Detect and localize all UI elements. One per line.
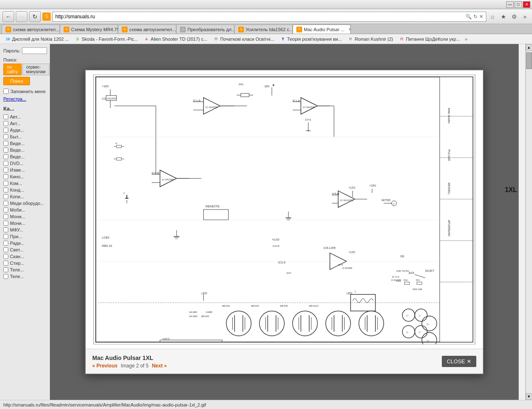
password-input[interactable] — [22, 47, 47, 54]
address-input[interactable]: http://smanuals.ru — [55, 14, 464, 20]
category-checkbox-11[interactable] — [3, 187, 8, 192]
close-button[interactable]: ✕ — [523, 1, 530, 8]
tab-3[interactable]: S схема автоусилител... ✕ — [118, 25, 176, 34]
category-24: Теле... — [3, 274, 47, 279]
tab-6-active[interactable]: S Mac Audio Pulsar ... ✕ — [293, 25, 351, 34]
bookmark-1[interactable]: 16 Дисплей для Nokia 1202 ... — [2, 35, 71, 43]
scroll-up-button[interactable]: ▲ — [526, 44, 532, 51]
tab-label-5: Усилитель tda1562 с... — [246, 27, 293, 32]
category-checkbox-22[interactable] — [3, 261, 8, 266]
svg-text:IC-5A4558: IC-5A4558 — [342, 267, 352, 269]
category-label-19: Ради... — [10, 241, 25, 246]
bookmark-label-6: Roman Kushnir (2) — [355, 37, 393, 42]
category-0: Авт... — [3, 114, 47, 119]
back-button[interactable]: ← — [2, 11, 14, 22]
nav-prev-button[interactable]: Previous — [92, 363, 118, 369]
bookmark-3[interactable]: A Alien Shooter TD (2017) с... — [141, 35, 210, 43]
bookmark-4[interactable]: П Початкові класи Освітні... — [211, 35, 277, 43]
category-checkbox-15[interactable] — [3, 214, 8, 219]
tab-1[interactable]: S схема автоусилител... ✕ — [2, 25, 60, 34]
forward-button[interactable]: → — [16, 11, 27, 22]
svg-text:▷: ▷ — [419, 331, 421, 333]
refresh-button[interactable]: ↻ — [29, 11, 41, 22]
tab-4[interactable]: ◻ Преобразователь дл... ✕ — [176, 25, 234, 34]
bookmark-2[interactable]: S Skoda - Favorit-Form.-Pic... — [72, 35, 140, 43]
category-checkbox-24[interactable] — [3, 274, 8, 279]
category-23: Теле... — [3, 267, 47, 272]
category-checkbox-2[interactable] — [3, 128, 8, 133]
category-label-24: Теле... — [10, 274, 24, 279]
category-checkbox-7[interactable] — [3, 161, 8, 166]
svg-text:▼: ▼ — [272, 84, 275, 87]
category-6: Виде... — [3, 154, 47, 159]
favorites-icon[interactable]: ★ — [499, 12, 508, 21]
close-lightbox-button[interactable]: CLOSE ✕ — [442, 356, 476, 367]
more-icon[interactable]: » — [520, 12, 530, 21]
category-checkbox-5[interactable] — [3, 148, 8, 153]
category-checkbox-4[interactable] — [3, 141, 8, 146]
svg-text:+0.5V: +0.5V — [272, 238, 280, 241]
category-9: Кино... — [3, 174, 47, 179]
category-label-18: При... — [10, 234, 22, 239]
category-label-6: Виде... — [10, 154, 25, 159]
category-checkbox-8[interactable] — [3, 168, 8, 172]
svg-text:+VCC: +VCC — [162, 338, 170, 340]
bookmark-5[interactable]: Т Теорія розв'язування ви... — [278, 35, 345, 43]
search-tab-manuals[interactable]: сервис-мануалам — [22, 64, 49, 75]
category-checkbox-0[interactable] — [3, 114, 8, 119]
scroll-track[interactable] — [526, 51, 532, 393]
search-tab-site[interactable]: по сайту — [3, 64, 22, 75]
tab-favicon-4: ◻ — [180, 27, 186, 32]
category-checkbox-13[interactable] — [3, 201, 8, 206]
address-search-icon[interactable]: 🔍 — [466, 14, 472, 20]
svg-text:C3: C3 — [102, 97, 106, 100]
bookmark-7[interactable]: П Питання ЩоДеКоли укр... — [397, 35, 463, 43]
nav-next-button[interactable]: Next — [152, 363, 167, 369]
settings-icon[interactable]: ⚙ — [510, 12, 519, 21]
minimize-button[interactable]: — — [506, 1, 514, 8]
tab-2[interactable]: S Схема Mystery MR4.75 ✕ — [60, 25, 118, 34]
tab-5[interactable]: S Усилитель tda1562 с... ✕ — [234, 25, 293, 34]
scroll-down-button[interactable]: ▼ — [526, 393, 532, 400]
category-checkbox-20[interactable] — [3, 247, 8, 252]
remember-me-checkbox[interactable] — [3, 89, 9, 94]
svg-text:R1K: R1K — [404, 279, 408, 281]
category-checkbox-17[interactable] — [3, 227, 8, 232]
refresh-icon[interactable]: ↻ — [473, 14, 478, 20]
category-checkbox-19[interactable] — [3, 241, 8, 246]
tab-label-3: схема автоусилител... — [129, 27, 176, 32]
category-label-14: Моби... — [10, 207, 25, 212]
home-icon[interactable]: ⌂ — [488, 12, 497, 21]
bookmark-favicon-1: 16 — [5, 36, 11, 42]
maximize-button[interactable]: □ — [515, 1, 522, 8]
svg-text:IC-5A4558: IC-5A4558 — [206, 106, 218, 108]
search-button[interactable]: Поиск — [3, 77, 30, 85]
tab-favicon-1: S — [5, 27, 11, 32]
category-checkbox-6[interactable] — [3, 154, 8, 159]
bookmarks-more[interactable]: » — [465, 37, 467, 42]
address-bar[interactable]: http://smanuals.ru 🔍 ↻ ✕ — [52, 12, 486, 22]
svg-text:IC-5A1009: IC-5A1009 — [162, 178, 174, 181]
svg-text:▷: ▷ — [406, 331, 409, 333]
category-label-17: МФУ... — [10, 227, 23, 232]
lightbox-overlay[interactable]: Mac Audio PULSAR MODEL: AP2650/60 — [50, 44, 519, 400]
close-label: CLOSE — [447, 358, 465, 365]
category-checkbox-23[interactable] — [3, 267, 8, 272]
category-checkbox-10[interactable] — [3, 181, 8, 186]
category-checkbox-16[interactable] — [3, 221, 8, 226]
register-link[interactable]: Регистра... — [3, 96, 47, 101]
scroll-thumb[interactable] — [526, 52, 532, 69]
category-checkbox-21[interactable] — [3, 254, 8, 259]
category-checkbox-12[interactable] — [3, 194, 8, 199]
tab-close-6[interactable]: ✕ — [347, 27, 351, 32]
right-scrollbar: ▲ ▼ — [525, 44, 532, 400]
category-checkbox-9[interactable] — [3, 174, 8, 179]
stop-icon[interactable]: ✕ — [479, 14, 483, 20]
bookmark-favicon-5: Т — [280, 36, 286, 42]
category-checkbox-3[interactable] — [3, 134, 8, 139]
category-label-7: DVD... — [10, 161, 23, 166]
category-checkbox-14[interactable] — [3, 207, 8, 212]
bookmark-6[interactable]: R Roman Kushnir (2) — [345, 35, 395, 43]
category-checkbox-18[interactable] — [3, 234, 8, 239]
category-checkbox-1[interactable] — [3, 121, 8, 126]
